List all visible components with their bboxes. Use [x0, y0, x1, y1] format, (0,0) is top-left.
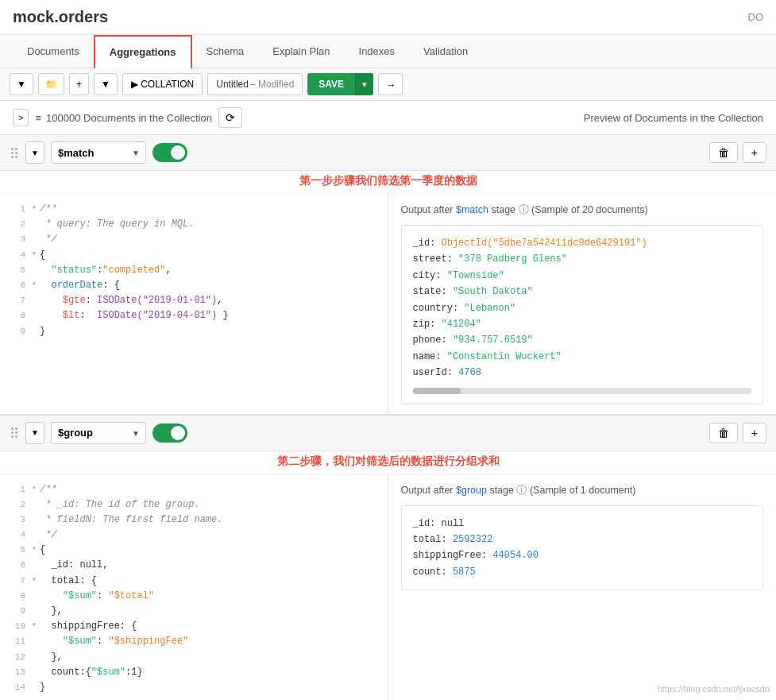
tabs-bar: Documents Aggregations Schema Explain Pl…	[0, 35, 776, 68]
stage-2-output-label: Output after $group stage ⓘ (Sample of 1…	[401, 484, 764, 497]
stage-2-output-prefix: Output after	[401, 485, 456, 496]
stage-2-output-doc: _id: null total: 2592322 shippingFree: 4…	[401, 505, 764, 591]
stage-2-collapse-button[interactable]: ▼	[25, 422, 44, 444]
pipeline-name: Untitled	[216, 79, 249, 90]
stage-1-editor[interactable]: 1▾/** 2 * query: The query in MQL. 3 */ …	[0, 194, 388, 414]
preview-label: Preview of Documents in the Collection	[584, 112, 763, 124]
stage-1-output-link[interactable]: $match	[456, 204, 488, 215]
tab-schema[interactable]: Schema	[192, 36, 259, 68]
stage-2-delete-button[interactable]: 🗑	[709, 423, 738, 443]
csdn-watermark: https://blog.csdn.net/ljxecsdn	[658, 684, 770, 694]
collection-bar-right: Preview of Documents in the Collection	[584, 112, 763, 124]
save-button-group: SAVE ▾	[307, 73, 373, 95]
stage-2-body: 1▾/** 2 * _id: The id of the group. 3 * …	[0, 474, 776, 700]
pipeline-modified: – Modified	[250, 79, 294, 90]
collection-icon: ≡	[35, 112, 41, 124]
app-title-main: orders	[59, 8, 108, 25]
drag-handle-1[interactable]	[10, 146, 19, 160]
stage-1-annotation: 第一步步骤我们筛选第一季度的数据	[0, 171, 776, 194]
app-header-right: DO	[748, 11, 764, 23]
main-content: > ≡ 100000 Documents in the Collection ⟳…	[0, 101, 776, 700]
collection-bar-left: > ≡ 100000 Documents in the Collection ⟳	[13, 107, 577, 128]
app-title-prefix: mock.	[13, 8, 59, 25]
stage-2-select[interactable]: $group	[51, 422, 146, 444]
tab-documents[interactable]: Documents	[13, 36, 94, 68]
tab-validation[interactable]: Validation	[409, 36, 482, 68]
drag-handle-2[interactable]	[10, 426, 19, 439]
stage-1-delete-button[interactable]: 🗑	[709, 142, 738, 163]
stage-1-output-prefix: Output after	[401, 204, 456, 215]
collection-bar: > ≡ 100000 Documents in the Collection ⟳…	[0, 101, 776, 135]
stage-2-annotation: 第二步骤，我们对筛选后的数据进行分组求和	[0, 451, 776, 474]
stage-1-select-wrap: $match ▼	[51, 141, 146, 164]
save-button[interactable]: SAVE	[307, 73, 355, 95]
refresh-button[interactable]: ⟳	[218, 107, 242, 128]
stage-2-actions: 🗑 +	[709, 423, 766, 443]
open-folder-button[interactable]: 📁	[38, 73, 64, 95]
stage-1-collapse-button[interactable]: ▼	[25, 141, 44, 164]
stage-2-toggle[interactable]	[152, 423, 187, 443]
stage-1-select[interactable]: $match	[51, 141, 146, 164]
expand-collection-button[interactable]: >	[13, 109, 29, 126]
collation-button[interactable]: ▶ COLLATION	[122, 73, 203, 95]
stage-2-output-info: (Sample of 1 document)	[530, 485, 635, 496]
stage-1-output-doc: _id: ObjectId("5dbe7a542411dc9de6429191"…	[401, 225, 764, 404]
pipeline-name-tag: Untitled– Modified	[207, 73, 303, 95]
stage-1-output-suffix: stage	[488, 204, 515, 215]
stage-1-output-info: (Sample of 20 documents)	[531, 204, 648, 215]
more-options-button[interactable]: ▼	[94, 73, 118, 95]
stage-2-add-button[interactable]: +	[743, 423, 766, 443]
collection-label: ≡ 100000 Documents in the Collection	[35, 112, 211, 124]
stage-1-output: Output after $match stage ⓘ (Sample of 2…	[388, 194, 777, 414]
back-button[interactable]: ▼	[10, 73, 33, 95]
stage-2-code: 1▾/** 2 * _id: The id of the group. 3 * …	[0, 474, 388, 700]
stage-1-add-button[interactable]: +	[743, 142, 766, 163]
app-title: mock.orders	[13, 8, 108, 26]
export-button[interactable]: →	[378, 73, 403, 95]
stage-1-output-label: Output after $match stage ⓘ (Sample of 2…	[401, 203, 764, 217]
stage-2-output-link[interactable]: $group	[456, 485, 487, 496]
stage-2-editor[interactable]: 1▾/** 2 * _id: The id of the group. 3 * …	[0, 474, 388, 700]
stage-2: ▼ $group ▼ 🗑 + 第二步骤，我们对筛选后的数据进行分组求和 1▾/*…	[0, 416, 776, 700]
stage-1: ▼ $match ▼ 🗑 + 第一步步骤我们筛选第一季度的数据 1▾/**	[0, 135, 776, 416]
stage-2-output: Output after $group stage ⓘ (Sample of 1…	[388, 474, 777, 700]
stage-2-select-wrap: $group ▼	[51, 422, 146, 444]
collection-info-text: 100000 Documents in the Collection	[46, 112, 212, 124]
save-dropdown-button[interactable]: ▾	[355, 73, 373, 95]
toolbar: ▼ 📁 + ▼ ▶ COLLATION Untitled– Modified S…	[0, 68, 776, 101]
stage-1-actions: 🗑 +	[709, 142, 766, 163]
app-header: mock.orders DO	[0, 0, 776, 35]
stage-1-toggle[interactable]	[152, 143, 187, 162]
stage-1-header: ▼ $match ▼ 🗑 +	[0, 135, 776, 171]
tab-explain-plan[interactable]: Explain Plan	[258, 36, 344, 68]
add-pipeline-button[interactable]: +	[69, 73, 89, 95]
tab-aggregations[interactable]: Aggregations	[94, 35, 192, 68]
stage-2-header: ▼ $group ▼ 🗑 +	[0, 416, 776, 451]
stage-1-code: 1▾/** 2 * query: The query in MQL. 3 */ …	[0, 194, 388, 347]
stage-2-output-suffix: stage	[487, 485, 514, 496]
stage-1-body: 1▾/** 2 * query: The query in MQL. 3 */ …	[0, 194, 776, 414]
tab-indexes[interactable]: Indexes	[345, 36, 410, 68]
